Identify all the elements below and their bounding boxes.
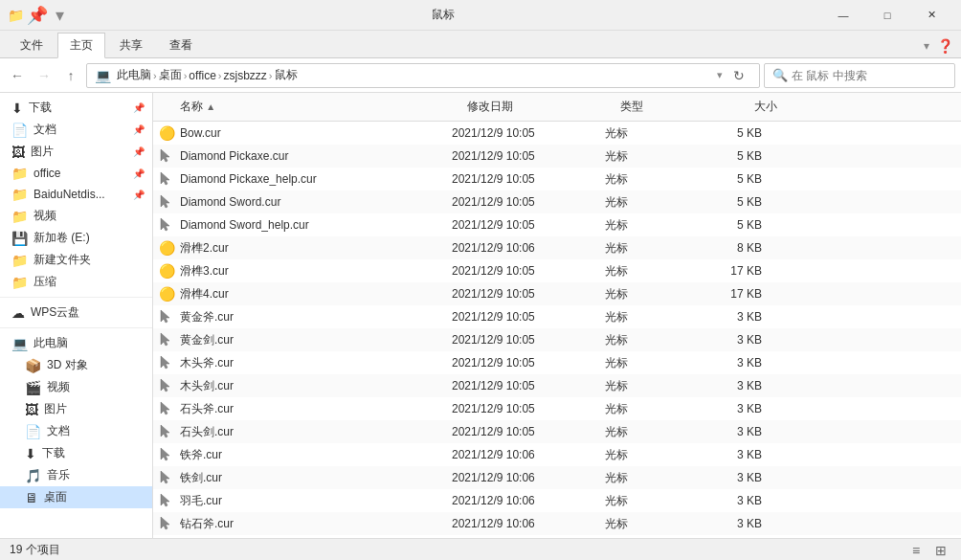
file-name: 滑榫2.cur <box>176 240 444 257</box>
file-name: 木头斧.cur <box>176 355 444 371</box>
sidebar-item-downloads[interactable]: ⬇ 下载 📌 <box>0 97 152 119</box>
table-row[interactable]: 木头剑.cur 2021/12/9 10:05 光标 3 KB <box>153 374 961 397</box>
quick-access-arrow[interactable]: ▾ <box>56 5 64 26</box>
address-bar[interactable]: 💻 此电脑 › 桌面 › office › zsjsbzzz › 鼠标 ▾ ↻ <box>86 63 760 88</box>
sidebar-label-docs: 文档 <box>47 423 70 439</box>
sidebar-item-edrive[interactable]: 💾 新加卷 (E:) <box>0 227 152 249</box>
help-button[interactable]: ❓ <box>937 38 953 54</box>
sidebar-item-newfolder[interactable]: 📁 新建文件夹 <box>0 249 152 271</box>
file-date: 2021/12/9 10:05 <box>444 425 597 438</box>
file-date: 2021/12/9 10:05 <box>444 172 597 186</box>
breadcrumb-shubiao[interactable]: 鼠标 <box>275 67 298 83</box>
close-button[interactable]: ✕ <box>909 0 953 31</box>
sidebar-item-video[interactable]: 📁 视频 <box>0 205 152 227</box>
table-row[interactable]: 石头斧.cur 2021/12/9 10:05 光标 3 KB <box>153 397 961 420</box>
table-row[interactable]: Diamond Sword.cur 2021/12/9 10:05 光标 5 K… <box>153 190 961 213</box>
maximize-button[interactable]: □ <box>865 0 909 31</box>
file-icon <box>157 307 176 326</box>
sidebar-item-pics[interactable]: 🖼 图片 <box>0 398 152 420</box>
ribbon-expand[interactable]: ▾ <box>924 39 929 53</box>
download-icon: ⬇ <box>11 101 23 116</box>
table-row[interactable]: 钻石斧.cur 2021/12/9 10:06 光标 3 KB <box>153 512 961 535</box>
file-date: 2021/12/9 10:06 <box>444 494 597 507</box>
file-icon <box>157 422 176 441</box>
table-row[interactable]: 黄金斧.cur 2021/12/9 10:05 光标 3 KB <box>153 305 961 328</box>
table-row[interactable]: Diamond Sword_help.cur 2021/12/9 10:05 光… <box>153 213 961 236</box>
table-row[interactable]: 🟡 滑榫3.cur 2021/12/9 10:05 光标 17 KB <box>153 259 961 282</box>
file-size: 5 KB <box>693 195 770 209</box>
sidebar-item-videos[interactable]: 🎬 视频 <box>0 376 152 398</box>
file-name: 铁斧.cur <box>176 447 444 463</box>
table-row[interactable]: 🟡 Bow.cur 2021/12/9 10:05 光标 5 KB <box>153 122 961 145</box>
sidebar-item-wps[interactable]: ☁ WPS云盘 <box>0 302 152 324</box>
file-type: 光标 <box>597 194 693 211</box>
breadcrumb-computer[interactable]: 此电脑 <box>117 67 151 83</box>
table-row[interactable]: 羽毛.cur 2021/12/9 10:06 光标 3 KB <box>153 489 961 512</box>
file-name: 黄金斧.cur <box>176 309 444 325</box>
address-dropdown[interactable]: ▾ <box>717 69 723 81</box>
col-header-name[interactable]: 名称 ▲ <box>172 97 459 117</box>
dl-icon: ⬇ <box>25 446 36 461</box>
file-size: 3 KB <box>693 379 770 392</box>
table-row[interactable]: 石头剑.cur 2021/12/9 10:05 光标 3 KB <box>153 420 961 443</box>
tab-view[interactable]: 查看 <box>157 33 205 57</box>
col-header-size[interactable]: 大小 <box>708 97 785 117</box>
sidebar-item-baidu[interactable]: 📁 BaiduNetdis... 📌 <box>0 184 152 205</box>
view-buttons: ≡ ⊞ <box>905 540 951 561</box>
file-date: 2021/12/9 10:05 <box>444 379 597 392</box>
sidebar-item-dl[interactable]: ⬇ 下载 <box>0 442 152 464</box>
col-header-type[interactable]: 类型 <box>613 97 708 117</box>
sidebar-item-3d[interactable]: 📦 3D 对象 <box>0 354 152 376</box>
sidebar-divider-2 <box>0 327 152 328</box>
file-name: Diamond Pickaxe_help.cur <box>176 172 444 186</box>
quick-access-pin[interactable]: 📌 <box>27 5 48 26</box>
file-size: 5 KB <box>693 149 770 163</box>
file-date: 2021/12/9 10:05 <box>444 195 597 209</box>
table-row[interactable]: 🟡 滑榫4.cur 2021/12/9 10:05 光标 17 KB <box>153 282 961 305</box>
sidebar-item-desktop[interactable]: 🖥 桌面 <box>0 486 152 508</box>
svg-marker-1 <box>161 172 169 185</box>
table-row[interactable]: 黄金剑.cur 2021/12/9 10:05 光标 3 KB <box>153 328 961 351</box>
minimize-button[interactable]: — <box>821 0 865 31</box>
pin-icon-documents: 📌 <box>133 124 145 135</box>
table-row[interactable]: 木头斧.cur 2021/12/9 10:05 光标 3 KB <box>153 351 961 374</box>
sidebar-item-compress[interactable]: 📁 压缩 <box>0 271 152 293</box>
sidebar-label-video: 视频 <box>34 208 56 224</box>
table-row[interactable]: 铁斧.cur 2021/12/9 10:06 光标 3 KB <box>153 443 961 466</box>
file-icon <box>157 330 176 349</box>
file-date: 2021/12/9 10:05 <box>444 149 597 163</box>
file-date: 2021/12/9 10:05 <box>444 402 597 415</box>
table-row[interactable]: Diamond Pickaxe_help.cur 2021/12/9 10:05… <box>153 168 961 190</box>
breadcrumb-office[interactable]: office <box>189 69 215 82</box>
sidebar-label-pics: 图片 <box>44 401 67 417</box>
grid-view-button[interactable]: ⊞ <box>930 540 951 561</box>
breadcrumb-zsjsbzzz[interactable]: zsjsbzzz <box>223 69 266 82</box>
sidebar: ⬇ 下载 📌 📄 文档 📌 🖼 图片 📌 📁 office 📌 📁 BaiduN… <box>0 93 153 538</box>
sidebar-item-music[interactable]: 🎵 音乐 <box>0 464 152 486</box>
tab-home[interactable]: 主页 <box>57 33 105 58</box>
table-row[interactable]: Diamond Pickaxe.cur 2021/12/9 10:05 光标 5… <box>153 145 961 168</box>
sidebar-item-docs[interactable]: 📄 文档 <box>0 420 152 442</box>
sidebar-item-office[interactable]: 📁 office 📌 <box>0 163 152 184</box>
search-bar[interactable]: 🔍 <box>764 63 955 88</box>
tab-share[interactable]: 共享 <box>107 33 155 57</box>
table-row[interactable]: 🟡 滑榫2.cur 2021/12/9 10:06 光标 8 KB <box>153 236 961 259</box>
breadcrumb-desktop[interactable]: 桌面 <box>159 67 182 83</box>
sidebar-item-documents[interactable]: 📄 文档 📌 <box>0 119 152 141</box>
sidebar-item-pictures[interactable]: 🖼 图片 📌 <box>0 141 152 163</box>
table-row[interactable]: 钻石剑.cur 2021/12/9 10:06 光标 3 KB <box>153 535 961 538</box>
file-icon: 🟡 <box>157 123 176 143</box>
up-button[interactable]: ↑ <box>59 64 82 87</box>
list-view-button[interactable]: ≡ <box>905 540 927 561</box>
forward-button[interactable]: → <box>33 64 56 87</box>
back-button[interactable]: ← <box>6 64 29 87</box>
tab-file[interactable]: 文件 <box>8 33 56 57</box>
file-size: 3 KB <box>693 402 770 415</box>
table-row[interactable]: 铁剑.cur 2021/12/9 10:06 光标 3 KB <box>153 466 961 489</box>
search-input[interactable] <box>792 69 947 82</box>
refresh-button[interactable]: ↻ <box>726 63 751 88</box>
file-name: 羽毛.cur <box>176 493 444 509</box>
pics-icon: 🖼 <box>25 402 38 417</box>
sidebar-item-thispc[interactable]: 💻 此电脑 <box>0 332 152 354</box>
col-header-date[interactable]: 修改日期 <box>459 97 613 117</box>
